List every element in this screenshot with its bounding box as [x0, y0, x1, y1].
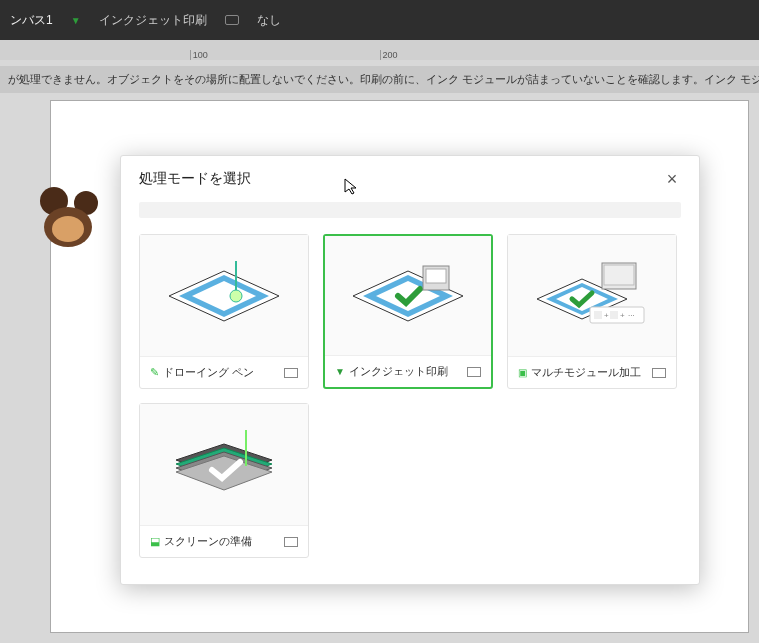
expand-icon — [652, 368, 666, 378]
ruler-horizontal: 100 200 — [0, 40, 759, 60]
card-image — [140, 404, 308, 525]
expand-icon — [467, 367, 481, 377]
card-label: マルチモジュール加工 — [531, 365, 641, 380]
mode-select-modal: 処理モードを選択 × ✎ドローイング ペン — [120, 155, 700, 585]
card-inkjet-print[interactable]: ▼インクジェット印刷 — [323, 234, 493, 389]
svg-rect-20 — [594, 311, 602, 319]
svg-point-3 — [52, 216, 84, 242]
card-screen-prep[interactable]: ⬓スクリーンの準備 — [139, 403, 309, 558]
inkjet-icon: ▼ — [335, 366, 345, 377]
card-label: インクジェット印刷 — [349, 364, 448, 379]
none-label[interactable]: なし — [257, 12, 281, 29]
card-grid: ✎ドローイング ペン ▼インクジェット印刷 — [121, 218, 699, 574]
close-button[interactable]: × — [663, 170, 681, 188]
inkjet-icon: ▼ — [71, 15, 81, 26]
svg-point-8 — [230, 290, 242, 302]
cursor-icon — [344, 178, 360, 196]
modal-strip — [139, 202, 681, 218]
card-image: + + ··· — [508, 235, 676, 356]
expand-icon — [284, 537, 298, 547]
modal-header: 処理モードを選択 × — [121, 156, 699, 202]
svg-rect-18 — [604, 265, 634, 285]
card-image — [140, 235, 308, 356]
card-drawing-pen[interactable]: ✎ドローイング ペン — [139, 234, 309, 389]
mode-label[interactable]: インクジェット印刷 — [99, 12, 207, 29]
svg-rect-22 — [610, 311, 618, 319]
module-icon — [225, 15, 239, 25]
artwork-shape — [26, 181, 106, 261]
svg-text:+: + — [604, 311, 609, 320]
card-image — [325, 236, 491, 355]
screen-icon: ⬓ — [150, 535, 160, 548]
svg-rect-13 — [426, 269, 446, 283]
pen-icon: ✎ — [150, 366, 159, 379]
expand-icon — [284, 368, 298, 378]
svg-text:+: + — [620, 311, 625, 320]
modal-title: 処理モードを選択 — [139, 170, 251, 188]
card-multi-module[interactable]: + + ··· ▣マルチモジュール加工 — [507, 234, 677, 389]
warning-banner: が処理できません。オブジェクトをその場所に配置しないでください。印刷の前に、イン… — [0, 66, 759, 93]
topbar: ンバス1 ▼ インクジェット印刷 なし — [0, 0, 759, 40]
multi-icon: ▣ — [518, 367, 527, 378]
card-label: スクリーンの準備 — [164, 534, 252, 549]
card-label: ドローイング ペン — [163, 365, 254, 380]
svg-text:···: ··· — [628, 311, 635, 320]
canvas-tab[interactable]: ンバス1 — [10, 12, 53, 29]
